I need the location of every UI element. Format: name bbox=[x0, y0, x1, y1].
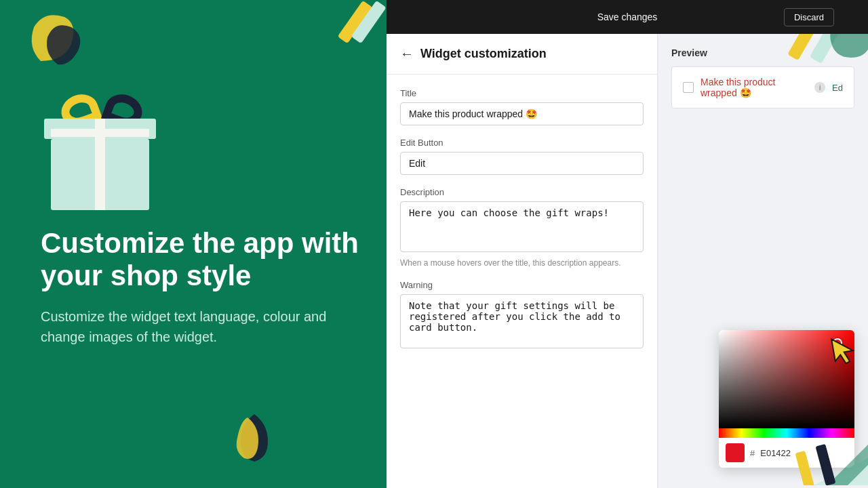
color-hash: # bbox=[750, 448, 755, 458]
main-content: ← Widget customization Title Edit Button bbox=[387, 34, 868, 488]
top-bar: Save changes Discard bbox=[387, 0, 868, 34]
warning-textarea[interactable]: Note that your gift settings will be reg… bbox=[400, 294, 644, 348]
left-text-block: Customize the app with your shop style C… bbox=[41, 227, 373, 347]
deco-top-right-left-panel bbox=[329, 0, 387, 54]
deco-bottom-center bbox=[231, 411, 278, 468]
edit-button-label: Edit Button bbox=[400, 138, 644, 148]
preview-box: Make this product wrapped 🤩 i Ed bbox=[671, 66, 854, 108]
form-title: Widget customization bbox=[420, 47, 547, 61]
form-body: Title Edit Button Description Here you c… bbox=[387, 75, 657, 377]
color-picker: # bbox=[719, 330, 854, 468]
preview-label: Preview bbox=[671, 47, 854, 58]
back-icon: ← bbox=[400, 46, 414, 62]
gift-box-illustration bbox=[41, 95, 159, 214]
right-panel: Save changes Discard ← Widget customizat… bbox=[387, 0, 868, 488]
title-input[interactable] bbox=[400, 102, 644, 125]
title-field-group: Title bbox=[400, 88, 644, 125]
color-spectrum[interactable] bbox=[719, 330, 854, 428]
color-hue-bar[interactable] bbox=[719, 428, 854, 438]
gift-ribbon-vertical bbox=[95, 119, 105, 210]
form-panel: ← Widget customization Title Edit Button bbox=[387, 34, 658, 488]
info-icon-label: i bbox=[819, 84, 821, 92]
color-spectrum-dot[interactable] bbox=[833, 338, 842, 348]
color-swatch[interactable] bbox=[726, 443, 745, 462]
edit-button-field-group: Edit Button bbox=[400, 138, 644, 175]
description-field-group: Description Here you can choose the gift… bbox=[400, 187, 644, 268]
preview-panel: Preview Make this product wrapped 🤩 i Ed… bbox=[658, 34, 868, 488]
description-textarea[interactable]: Here you can choose the gift wraps! bbox=[400, 201, 644, 252]
description-label: Description bbox=[400, 187, 644, 197]
info-icon[interactable]: i bbox=[814, 82, 825, 93]
edit-button-input[interactable] bbox=[400, 152, 644, 175]
preview-edit-link[interactable]: Ed bbox=[832, 83, 843, 93]
color-bottom-bar: # bbox=[719, 438, 854, 468]
discard-button[interactable]: Discard bbox=[784, 8, 834, 26]
main-subtext: Customize the widget text language, colo… bbox=[41, 306, 373, 347]
title-label: Title bbox=[400, 88, 644, 98]
left-panel: Customize the app with your shop style C… bbox=[0, 0, 387, 488]
warning-field-group: Warning Note that your gift settings wil… bbox=[400, 280, 644, 351]
color-hex-input[interactable] bbox=[760, 448, 854, 458]
deco-top-left bbox=[20, 7, 95, 77]
description-hint: When a mouse hovers over the title, this… bbox=[400, 258, 644, 268]
main-heading: Customize the app with your shop style bbox=[41, 227, 373, 293]
preview-product-text: Make this product wrapped 🤩 bbox=[701, 77, 808, 98]
form-header: ← Widget customization bbox=[387, 34, 657, 75]
back-button[interactable]: ← bbox=[400, 46, 414, 62]
warning-label: Warning bbox=[400, 280, 644, 290]
save-changes-button[interactable]: Save changes bbox=[597, 12, 658, 22]
preview-checkbox[interactable] bbox=[683, 82, 694, 93]
